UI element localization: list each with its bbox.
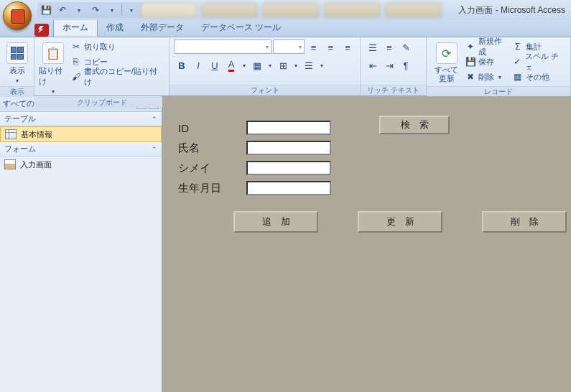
addin-icon[interactable] bbox=[34, 24, 49, 37]
group-label-font: フォント bbox=[170, 85, 360, 95]
group-clipboard: 📋 貼り付け ▾ ✂切り取り ⎘コピー 🖌書式のコピー/貼り付け クリップボード bbox=[34, 37, 170, 95]
content-area: すべての Access オブジェクト ▾ « テーブル ⌃ 基本情報 フォーム … bbox=[0, 96, 571, 392]
input-kana[interactable] bbox=[246, 161, 331, 175]
paste-icon: 📋 bbox=[42, 42, 64, 64]
dropdown-icon: ▾ bbox=[16, 78, 19, 84]
refresh-all-button[interactable]: ⟳ すべて 更新 bbox=[431, 39, 462, 83]
decrease-indent-button[interactable]: ⇤ bbox=[365, 57, 381, 73]
italic-button[interactable]: I bbox=[190, 57, 206, 73]
bold-button[interactable]: B bbox=[174, 57, 190, 73]
nav-item-form-input[interactable]: 入力画面 bbox=[0, 157, 162, 172]
tab-create[interactable]: 作成 bbox=[98, 19, 132, 37]
dropdown-icon[interactable]: ▾ bbox=[240, 57, 249, 73]
delete-record-button[interactable]: ✖削除▾ bbox=[465, 70, 509, 84]
format-painter-button[interactable]: 🖌書式のコピー/貼り付け bbox=[70, 70, 164, 84]
dropdown-icon[interactable]: ▾ bbox=[72, 3, 86, 17]
group-label-view: 表示 bbox=[0, 86, 34, 97]
chevron-down-icon: ▾ bbox=[266, 44, 269, 50]
save-record-button[interactable]: 💾保存 bbox=[465, 55, 509, 69]
underline-button[interactable]: U bbox=[207, 57, 223, 73]
group-label-richtext: リッチ テキスト bbox=[361, 85, 426, 95]
collapse-chevron-icon: ⌃ bbox=[152, 116, 157, 123]
dropdown-icon[interactable]: ▾ bbox=[292, 57, 300, 73]
tab-database-tools[interactable]: データベース ツール bbox=[192, 19, 289, 37]
table-icon bbox=[5, 129, 17, 139]
alt-row-button[interactable]: ☰ bbox=[301, 57, 317, 73]
input-dob[interactable] bbox=[246, 181, 331, 195]
paste-button[interactable]: 📋 貼り付け ▾ bbox=[39, 39, 68, 95]
nav-category-forms[interactable]: フォーム ⌃ bbox=[0, 142, 162, 157]
dropdown-icon: ▾ bbox=[498, 74, 501, 80]
nav-category-label: テーブル bbox=[4, 113, 36, 124]
dropdown-icon: ▾ bbox=[52, 88, 55, 95]
office-button[interactable] bbox=[3, 1, 32, 30]
dropdown-icon[interactable]: ▾ bbox=[266, 57, 274, 73]
text-direction-button[interactable]: ¶ bbox=[398, 57, 414, 73]
save-label: 保存 bbox=[478, 57, 494, 67]
spellcheck-button[interactable]: ✓スペル チェ bbox=[512, 55, 566, 69]
font-size-combo[interactable]: ▾ bbox=[273, 39, 305, 54]
save-icon: 💾 bbox=[465, 56, 476, 67]
add-button-label: 追 加 bbox=[262, 215, 290, 228]
cut-label: 切り取り bbox=[84, 42, 116, 52]
nav-item-label: 入力画面 bbox=[20, 159, 52, 170]
dropdown-icon[interactable]: ▾ bbox=[317, 57, 326, 73]
input-name[interactable] bbox=[246, 141, 331, 155]
form-icon bbox=[4, 159, 16, 169]
label-dob: 生年月日 bbox=[178, 182, 246, 195]
qat-customize-icon[interactable]: ▾ bbox=[124, 3, 139, 17]
view-button[interactable]: 表示 ▾ bbox=[4, 39, 29, 84]
add-button[interactable]: 追 加 bbox=[233, 211, 318, 233]
nav-category-label: フォーム bbox=[4, 144, 36, 154]
tab-home[interactable]: ホーム bbox=[53, 19, 98, 37]
numbered-list-button[interactable]: ≡ bbox=[381, 39, 397, 55]
separator bbox=[121, 4, 122, 16]
delete-icon: ✖ bbox=[465, 71, 476, 83]
new-record-button[interactable]: ✦新規作成 bbox=[465, 39, 509, 54]
redo-icon[interactable]: ↷ bbox=[88, 3, 103, 17]
cut-button[interactable]: ✂切り取り bbox=[70, 39, 164, 54]
spell-icon: ✓ bbox=[512, 56, 524, 67]
view-label: 表示 bbox=[9, 65, 25, 76]
align-right-button[interactable]: ≡ bbox=[340, 39, 356, 55]
more-label: その他 bbox=[526, 72, 549, 83]
chevron-down-icon: ▾ bbox=[299, 44, 302, 50]
group-label-records: レコード bbox=[427, 86, 570, 97]
nav-category-tables[interactable]: テーブル ⌃ bbox=[0, 112, 162, 126]
font-name-combo[interactable]: ▾ bbox=[174, 39, 271, 54]
more-icon: ▦ bbox=[512, 71, 524, 83]
navigation-pane: すべての Access オブジェクト ▾ « テーブル ⌃ 基本情報 フォーム … bbox=[0, 96, 162, 392]
cut-icon: ✂ bbox=[70, 41, 82, 52]
align-left-button[interactable]: ≡ bbox=[306, 39, 322, 55]
fill-color-button[interactable]: ▦ bbox=[249, 57, 265, 73]
save-icon[interactable]: 💾 bbox=[39, 3, 53, 17]
nav-item-table-basicinfo[interactable]: 基本情報 bbox=[0, 126, 162, 142]
search-button[interactable]: 検 索 bbox=[379, 116, 450, 134]
window-titlebar: 💾 ↶ ▾ ↷ ▾ ▾ 入力画面 - Microsoft Access bbox=[0, 0, 571, 20]
nav-item-label: 基本情報 bbox=[21, 129, 52, 140]
sigma-icon: Σ bbox=[512, 41, 524, 52]
label-kana: シメイ bbox=[178, 162, 246, 175]
tab-external-data[interactable]: 外部データ bbox=[132, 19, 192, 37]
gridlines-button[interactable]: ⊞ bbox=[275, 57, 291, 73]
paste-label: 貼り付け bbox=[39, 65, 68, 87]
undo-icon[interactable]: ↶ bbox=[55, 3, 70, 17]
update-button[interactable]: 更 新 bbox=[358, 211, 442, 233]
group-richtext: ☰ ≡ ✎ ⇤ ⇥ ¶ リッチ テキスト bbox=[361, 37, 427, 95]
font-color-button[interactable]: A bbox=[223, 57, 239, 73]
align-center-button[interactable]: ≡ bbox=[323, 39, 339, 55]
label-name: 氏名 bbox=[178, 141, 246, 155]
delete-button[interactable]: 削 除 bbox=[482, 211, 567, 233]
more-button[interactable]: ▦その他 bbox=[512, 70, 566, 84]
ribbon-tab-row: ホーム 作成 外部データ データベース ツール bbox=[0, 20, 571, 37]
label-id: ID bbox=[178, 122, 246, 134]
increase-indent-button[interactable]: ⇥ bbox=[381, 57, 397, 73]
new-icon: ✦ bbox=[465, 41, 476, 52]
dropdown-icon[interactable]: ▾ bbox=[105, 3, 119, 17]
text-highlight-button[interactable]: ✎ bbox=[398, 39, 414, 55]
view-icon bbox=[6, 42, 28, 64]
bulleted-list-button[interactable]: ☰ bbox=[365, 39, 381, 55]
brush-icon: 🖌 bbox=[70, 71, 82, 83]
input-id[interactable] bbox=[246, 121, 331, 135]
quick-access-toolbar: 💾 ↶ ▾ ↷ ▾ ▾ bbox=[37, 2, 143, 18]
